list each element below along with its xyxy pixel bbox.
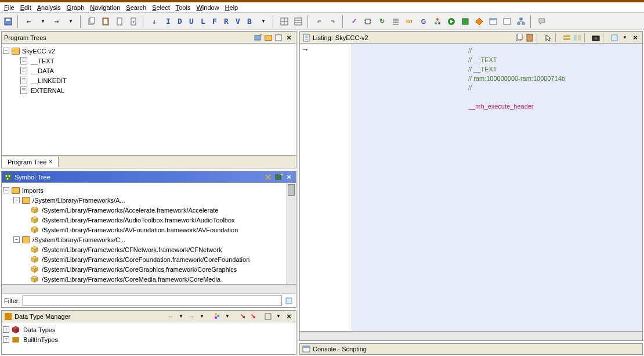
dd-icon[interactable]: ▼ [197, 312, 207, 321]
type-L-button[interactable]: L [197, 16, 209, 27]
dd-icon[interactable]: ▼ [620, 33, 629, 42]
dtm-item[interactable]: +BuiltInTypes [3, 335, 295, 344]
open-folder-icon[interactable] [263, 33, 273, 42]
menu-file[interactable]: File [2, 3, 16, 12]
tree-folder[interactable]: −/System/Library/Frameworks/A... [3, 195, 295, 205]
close-icon[interactable]: × [284, 172, 294, 182]
check-icon[interactable]: ✓ [348, 16, 360, 27]
copy-icon[interactable] [515, 33, 524, 42]
arrow-down-icon[interactable]: ↓ [149, 16, 160, 27]
close-icon[interactable]: × [284, 33, 294, 42]
filter-clear-icon[interactable] [284, 296, 294, 305]
tree-item[interactable]: __TEXT [3, 56, 295, 66]
menu-window[interactable]: Window [194, 3, 220, 12]
chip-icon[interactable] [362, 16, 374, 27]
doc-icon[interactable] [114, 16, 125, 27]
arrow-red2-icon[interactable]: ↘ [248, 312, 258, 321]
new-icon[interactable]: + [274, 172, 283, 182]
vertical-scrollbar[interactable] [287, 183, 296, 284]
horizontal-scrollbar[interactable] [300, 331, 642, 340]
copy-icon[interactable] [86, 16, 97, 27]
tree-icon[interactable] [432, 16, 443, 27]
menu-navigation[interactable]: Navigation [88, 3, 122, 12]
tree-item[interactable]: /System/Library/Frameworks/Accelerate.fr… [3, 205, 295, 215]
tree-item[interactable]: /System/Library/Frameworks/CoreMedia.fra… [3, 274, 295, 284]
menu-icon[interactable] [274, 33, 283, 42]
grid-icon[interactable] [278, 16, 290, 27]
svg-rect-64 [563, 38, 570, 40]
tree-item[interactable]: __LINKEDIT [3, 75, 295, 85]
chip2-icon[interactable] [460, 16, 471, 27]
menu-graph[interactable]: Graph [65, 3, 86, 12]
snapshot-icon[interactable] [591, 33, 600, 42]
type-D-button[interactable]: D [174, 16, 186, 27]
play-icon[interactable] [446, 16, 457, 27]
tool-icon[interactable] [263, 172, 273, 182]
menu-help[interactable]: Help [223, 3, 240, 12]
menu-edit[interactable]: Edit [19, 3, 33, 12]
dd-icon[interactable]: ▼ [223, 312, 232, 321]
menu-search[interactable]: Search [124, 3, 148, 12]
fields-icon[interactable] [562, 33, 571, 42]
menu-icon[interactable]: ▼ [274, 312, 283, 321]
undo-icon[interactable]: ↶ [313, 16, 325, 27]
window2-icon[interactable] [501, 16, 513, 27]
filter-icon[interactable] [212, 312, 222, 321]
paste-icon[interactable] [525, 33, 534, 42]
imports-root[interactable]: −Imports [3, 185, 295, 195]
tree-item[interactable]: __DATA [3, 66, 295, 75]
dropdown-icon[interactable]: ▼ [65, 16, 77, 27]
dd-icon[interactable]: ▼ [176, 312, 186, 321]
close-tab-icon[interactable]: × [49, 159, 52, 165]
type-B-button[interactable]: B [244, 16, 255, 27]
menu-select[interactable]: Select [150, 3, 172, 12]
grid2-icon[interactable] [292, 16, 304, 27]
g-icon[interactable]: G [418, 16, 429, 27]
type-R-button[interactable]: R [220, 16, 232, 27]
menu-tools[interactable]: Tools [174, 3, 193, 12]
type-F-button[interactable]: F [209, 16, 220, 27]
tree-item[interactable]: EXTERNAL [3, 85, 295, 95]
cursor-icon[interactable] [544, 33, 553, 42]
close-icon[interactable]: × [631, 33, 640, 42]
diff-icon[interactable] [573, 33, 582, 42]
type-I-button[interactable]: I [162, 16, 174, 27]
window-icon[interactable] [487, 16, 499, 27]
filter-input[interactable] [23, 296, 283, 306]
tree-item[interactable]: /System/Library/Frameworks/CFNetwork.fra… [3, 244, 295, 254]
dropdown-icon[interactable]: ▼ [37, 16, 49, 27]
new-tree-icon[interactable]: + [253, 33, 262, 42]
redo-icon[interactable]: ↷ [327, 16, 339, 27]
tree-item[interactable]: /System/Library/Frameworks/CoreFoundatio… [3, 254, 295, 264]
back-icon[interactable]: ← [166, 312, 175, 321]
close-icon[interactable]: × [284, 312, 294, 321]
program-tree-tab[interactable]: Program Tree × [2, 157, 59, 167]
forward-button[interactable]: → [51, 16, 63, 27]
paste-icon[interactable] [100, 16, 111, 27]
fwd-icon[interactable]: → [187, 312, 196, 321]
listing-view[interactable]: → //// __TEXT// __TEXT// ram:100000000-r… [300, 44, 642, 331]
back-button[interactable]: ← [23, 16, 35, 27]
tree-item[interactable]: /System/Library/Frameworks/AVFoundation.… [3, 225, 295, 235]
tree-root[interactable]: −SkyECC-v2 [3, 46, 295, 56]
dt-icon[interactable]: DT [404, 16, 415, 27]
type-V-button[interactable]: V [232, 16, 244, 27]
save-icon[interactable] [2, 16, 14, 27]
tree-item[interactable]: /System/Library/Frameworks/CoreGraphics.… [3, 264, 295, 274]
comment-icon[interactable] [536, 16, 548, 27]
external-icon[interactable] [610, 33, 619, 42]
doc-arrow-icon[interactable] [128, 16, 139, 27]
collapse-icon[interactable] [263, 312, 273, 321]
menu-analysis[interactable]: Analysis [35, 3, 63, 12]
dtm-item[interactable]: +Data Types [3, 325, 295, 335]
tree-folder[interactable]: −/System/Library/Frameworks/C... [3, 235, 295, 244]
list-icon[interactable] [390, 16, 401, 27]
dropdown-icon[interactable]: ▼ [258, 16, 269, 27]
type-U-button[interactable]: U [186, 16, 197, 27]
arrow-red-icon[interactable]: ↘ [238, 312, 247, 321]
horizontal-scrollbar[interactable] [2, 284, 296, 293]
tree-item[interactable]: /System/Library/Frameworks/AudioToolbox.… [3, 215, 295, 225]
diamond-icon[interactable] [473, 16, 485, 27]
refresh-icon[interactable]: ↻ [376, 16, 388, 27]
hierarchy-icon[interactable] [515, 16, 527, 27]
